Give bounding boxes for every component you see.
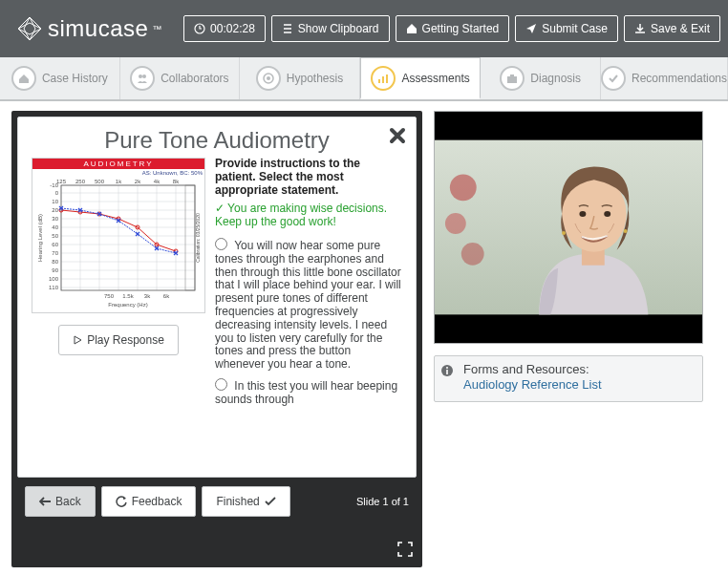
resources-link[interactable]: Audiology Reference List [463,377,602,392]
slide-footer: Back Feedback Finished Slide 1 of 1 [17,478,417,521]
svg-text:10: 10 [52,199,58,204]
answer-radio[interactable] [215,378,227,391]
resources-box: Forms and Resources: Audiology Reference… [434,355,703,402]
tab-label: Case History [42,72,108,85]
svg-point-76 [562,231,566,235]
briefcase-icon [505,72,519,85]
slide-counter: Slide 1 of 1 [356,496,409,507]
slide-card: Pure Tone Audiometry AUDIOMETRY AS: Unkn… [17,117,417,478]
people-icon [136,72,149,85]
svg-text:0: 0 [55,190,59,196]
svg-text:60: 60 [52,242,58,247]
svg-rect-66 [435,112,702,140]
list-icon [282,23,293,34]
trademark-symbol: ™ [152,24,162,34]
slide-panel: Pure Tone Audiometry AUDIOMETRY AS: Unkn… [11,111,422,567]
tab-assessments[interactable]: Assessments [360,57,482,99]
patient-video[interactable] [434,111,703,344]
svg-text:90: 90 [52,267,58,273]
tab-diagnosis[interactable]: Diagnosis [481,57,601,99]
tab-recommendations[interactable]: Recommendations [601,57,728,99]
close-slide-button[interactable] [389,125,406,150]
fullscreen-button[interactable] [397,542,413,560]
svg-text:40: 40 [52,224,58,230]
svg-text:6k: 6k [163,293,170,299]
fullscreen-icon [397,542,413,557]
target-icon [262,72,275,85]
tab-case-history[interactable]: Case History [0,57,120,99]
main-area: Pure Tone Audiometry AUDIOMETRY AS: Unkn… [0,101,728,575]
tab-label: Assessments [401,72,469,85]
svg-rect-5 [378,79,380,83]
svg-point-75 [604,211,610,217]
answer-option-2[interactable]: In this test you will hear beeping sound… [215,377,402,407]
tab-collaborators[interactable]: Collaborators [120,57,241,99]
diamond-icon [17,16,42,41]
svg-point-2 [142,75,146,78]
right-panel: Forms and Resources: Audiology Reference… [434,111,703,567]
back-button[interactable]: Back [25,486,96,517]
audiogram-title: AUDIOMETRY [32,159,204,169]
play-response-button[interactable]: Play Response [58,325,179,355]
svg-point-70 [445,213,466,234]
feedback-message: ✓ You are making wise decisions. Keep up… [215,202,402,229]
tab-label: Collaborators [161,72,228,85]
house-icon [17,72,31,85]
slide-title: Pure Tone Audiometry [32,127,402,154]
section-tabs: Case History Collaborators Hypothesis As… [0,57,728,101]
svg-text:3k: 3k [144,293,151,299]
svg-text:70: 70 [52,250,58,256]
finished-button[interactable]: Finished [202,486,289,517]
show-clipboard-button[interactable]: Show Clipboard [271,15,390,42]
tab-label: Diagnosis [530,72,581,85]
svg-point-79 [446,367,448,369]
svg-text:4k: 4k [154,179,161,184]
refresh-icon [116,496,127,507]
save-exit-button[interactable]: Save & Exit [624,15,720,42]
svg-text:500: 500 [95,179,105,184]
feedback-button[interactable]: Feedback [101,486,197,517]
audiogram-chart: AUDIOMETRY AS: Unknown, BC: 50% [32,158,205,313]
home-icon [406,23,418,34]
top-bar: simucase™ 00:02:28 Show Clipboard Gettin… [0,0,728,57]
svg-rect-80 [446,370,448,374]
svg-text:30: 30 [52,216,58,222]
svg-text:80: 80 [52,259,58,265]
svg-point-4 [267,76,270,80]
svg-text:100: 100 [49,276,59,282]
svg-text:8k: 8k [173,179,180,184]
audiogram-svg: 1252505001k2k4k8k 7501.5k3k6k -100102030… [32,176,204,309]
svg-text:1.5k: 1.5k [122,293,134,299]
svg-rect-57 [185,185,195,290]
svg-rect-6 [382,76,384,83]
tab-label: Hypothesis [287,72,343,85]
patient-video-frame [435,111,702,344]
check-icon [607,72,620,85]
svg-text:1k: 1k [116,179,122,184]
answer-radio[interactable] [215,238,227,250]
svg-text:750: 750 [104,293,115,299]
timer-display[interactable]: 00:02:28 [183,15,266,42]
answer-option-1[interactable]: You will now hear some pure tones throug… [215,237,402,372]
svg-rect-8 [507,76,517,83]
svg-text:20: 20 [52,207,58,213]
svg-point-71 [461,243,484,266]
getting-started-button[interactable]: Getting Started [396,15,510,42]
submit-case-button[interactable]: Submit Case [515,15,618,42]
question-column: Provide instructions to the patient. Sel… [215,158,402,413]
svg-rect-67 [435,314,702,343]
play-icon [73,335,82,345]
svg-text:50: 50 [52,233,58,239]
arrow-left-icon [39,497,51,506]
send-icon [525,23,537,34]
svg-rect-30 [61,185,195,290]
svg-point-74 [579,211,586,217]
svg-text:-10: -10 [50,182,58,188]
chart-icon [376,72,390,85]
tab-hypothesis[interactable]: Hypothesis [240,57,360,99]
svg-text:Frequency (Hz): Frequency (Hz) [108,302,147,308]
answer-text: In this test you will hear beeping sound… [215,379,397,406]
svg-text:2k: 2k [135,179,141,184]
svg-rect-9 [510,75,514,76]
resources-heading: Forms and Resources: [463,362,589,376]
